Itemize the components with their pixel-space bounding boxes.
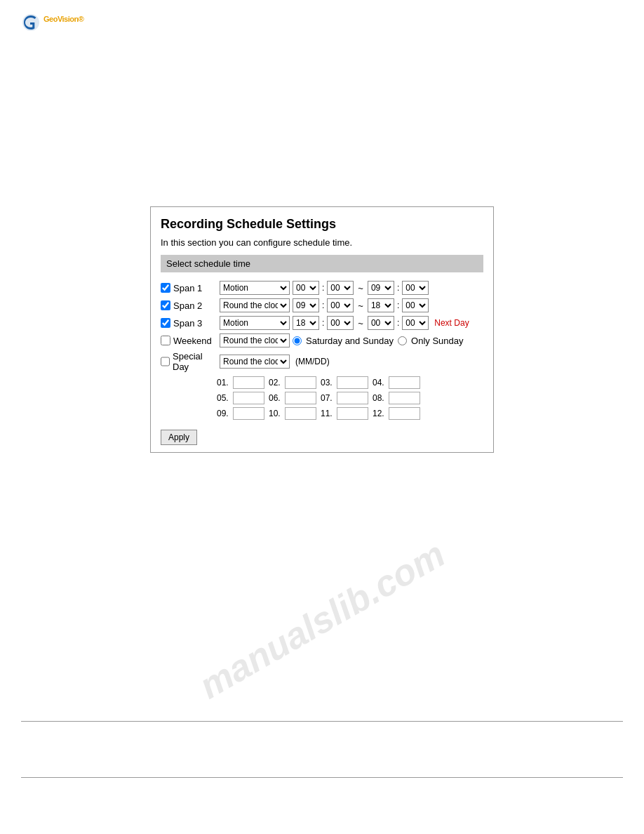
main-content: Recording Schedule Settings In this sect… bbox=[0, 206, 644, 453]
span3-colon1: : bbox=[322, 318, 324, 328]
special-day-grid-row2: 05. 06. 07. 08. bbox=[217, 392, 483, 404]
span2-tilde: ~ bbox=[356, 300, 365, 311]
watermark: manualslib.com bbox=[192, 533, 452, 707]
span1-colon1: : bbox=[322, 283, 324, 293]
span3-start-min[interactable]: 00153045 bbox=[327, 316, 354, 330]
special-day-slot-08: 08. bbox=[373, 392, 420, 404]
span2-checkbox[interactable] bbox=[161, 300, 170, 310]
span1-type-select[interactable]: Motion Round the clock Round - cock bbox=[220, 281, 290, 295]
span1-end-hour[interactable]: 0001020304050607080910111213141516171819… bbox=[368, 281, 394, 295]
slot-12-input[interactable] bbox=[389, 407, 420, 420]
page-description: In this section you can configure schedu… bbox=[161, 237, 483, 248]
span3-type-select[interactable]: Motion Round the clock Round - cock bbox=[220, 316, 290, 330]
special-day-grid-row3: 09. 10. 11. 12. bbox=[217, 407, 483, 420]
special-day-slot-03: 03. bbox=[321, 376, 368, 389]
span1-end-min[interactable]: 00153045 bbox=[402, 281, 429, 295]
special-day-slot-02: 02. bbox=[269, 376, 316, 389]
slot-10-input[interactable] bbox=[285, 407, 316, 420]
span3-colon2: : bbox=[397, 318, 399, 328]
span3-tilde: ~ bbox=[356, 318, 365, 329]
special-day-slot-01: 01. bbox=[217, 376, 264, 389]
special-day-row: Special Day Motion Round the clock Round… bbox=[161, 351, 483, 372]
weekend-radio-group: Saturday and Sunday Only Sunday bbox=[293, 336, 463, 346]
slot-01-input[interactable] bbox=[233, 376, 264, 389]
span1-checkbox[interactable] bbox=[161, 283, 170, 293]
span2-label-text: Span 2 bbox=[173, 300, 202, 311]
span2-end-hour[interactable]: 0001020304050607080910111213141516171819… bbox=[368, 298, 394, 312]
special-day-format-hint: (MM/DD) bbox=[295, 357, 330, 366]
page-title: Recording Schedule Settings bbox=[161, 217, 483, 232]
span2-colon2: : bbox=[397, 300, 399, 310]
span3-end-hour[interactable]: 0001020304050607080910111213141516171819… bbox=[368, 316, 394, 330]
span2-start-min[interactable]: 00153045 bbox=[327, 298, 354, 312]
span1-tilde: ~ bbox=[356, 283, 365, 293]
special-day-type-select[interactable]: Motion Round the clock Round - cock bbox=[220, 355, 290, 369]
span1-start-min[interactable]: 00153045 bbox=[327, 281, 354, 295]
weekend-checkbox[interactable] bbox=[161, 336, 170, 345]
only-sunday-label: Only Sunday bbox=[411, 336, 463, 346]
slot-09-input[interactable] bbox=[233, 407, 264, 420]
slot-03-input[interactable] bbox=[337, 376, 368, 389]
slot-05-input[interactable] bbox=[233, 392, 264, 404]
special-day-checkbox[interactable] bbox=[161, 357, 170, 366]
logo-area: GeoVision® bbox=[0, 0, 644, 45]
logo-brand-text: GeoVision® bbox=[43, 13, 83, 32]
slot-11-input[interactable] bbox=[337, 407, 368, 420]
special-day-slot-11: 11. bbox=[321, 407, 368, 420]
bottom-divider-1 bbox=[21, 721, 623, 722]
span2-start-hour[interactable]: 0001020304050607080910111213141516171819… bbox=[293, 298, 319, 312]
weekend-type-select[interactable]: Motion Round the clock Round - cock bbox=[220, 333, 290, 348]
span3-end-min[interactable]: 00153045 bbox=[402, 316, 429, 330]
span1-label: Span 1 bbox=[161, 283, 217, 293]
span1-colon2: : bbox=[397, 283, 399, 293]
span2-end-min[interactable]: 00153045 bbox=[402, 298, 429, 312]
span3-start-hour[interactable]: 0001020304050607080910111213141516171819… bbox=[293, 316, 319, 330]
slot-08-input[interactable] bbox=[389, 392, 420, 404]
span2-type-select[interactable]: Motion Round the clock Round - cock bbox=[220, 298, 290, 312]
saturday-sunday-radio[interactable] bbox=[293, 336, 302, 345]
span1-label-text: Span 1 bbox=[173, 283, 202, 293]
special-day-grid: 01. 02. 03. 04. 05. bbox=[217, 376, 483, 420]
slot-05-label: 05. bbox=[217, 393, 231, 403]
slot-02-label: 02. bbox=[269, 378, 283, 388]
apply-button[interactable]: Apply bbox=[161, 430, 197, 445]
special-day-slot-07: 07. bbox=[321, 392, 368, 404]
span3-row: Span 3 Motion Round the clock Round - co… bbox=[161, 316, 483, 330]
special-day-slot-10: 10. bbox=[269, 407, 316, 420]
special-day-slot-09: 09. bbox=[217, 407, 264, 420]
next-day-label: Next Day bbox=[434, 318, 469, 328]
weekend-label-text: Weekend bbox=[173, 336, 212, 346]
span2-row: Span 2 Motion Round the clock Round - co… bbox=[161, 298, 483, 312]
only-sunday-radio[interactable] bbox=[398, 336, 407, 345]
slot-11-label: 11. bbox=[321, 409, 335, 418]
span3-label-text: Span 3 bbox=[173, 318, 202, 329]
slot-06-input[interactable] bbox=[285, 392, 316, 404]
span1-start-hour[interactable]: 0001020304050607080910111213141516171819… bbox=[293, 281, 319, 295]
slot-04-label: 04. bbox=[373, 378, 387, 388]
section-header: Select schedule time bbox=[161, 255, 483, 272]
special-day-grid-row1: 01. 02. 03. 04. bbox=[217, 376, 483, 389]
bottom-divider-2 bbox=[21, 777, 623, 778]
slot-07-label: 07. bbox=[321, 393, 335, 403]
span1-row: Span 1 Motion Round the clock Round - co… bbox=[161, 281, 483, 295]
special-day-slot-04: 04. bbox=[373, 376, 420, 389]
weekend-row: Weekend Motion Round the clock Round - c… bbox=[161, 333, 483, 348]
slot-01-label: 01. bbox=[217, 378, 231, 388]
slot-12-label: 12. bbox=[373, 409, 387, 418]
slot-06-label: 06. bbox=[269, 393, 283, 403]
settings-box: Recording Schedule Settings In this sect… bbox=[150, 206, 494, 453]
slot-10-label: 10. bbox=[269, 409, 283, 418]
geovision-logo-icon bbox=[21, 13, 41, 32]
weekend-label: Weekend bbox=[161, 336, 217, 346]
span2-colon1: : bbox=[322, 300, 324, 310]
span3-label: Span 3 bbox=[161, 318, 217, 329]
special-day-label: Special Day bbox=[161, 351, 217, 372]
slot-04-input[interactable] bbox=[389, 376, 420, 389]
span3-checkbox[interactable] bbox=[161, 318, 170, 328]
special-day-slot-12: 12. bbox=[373, 407, 420, 420]
slot-02-input[interactable] bbox=[285, 376, 316, 389]
span2-label: Span 2 bbox=[161, 300, 217, 311]
slot-08-label: 08. bbox=[373, 393, 387, 403]
slot-07-input[interactable] bbox=[337, 392, 368, 404]
saturday-sunday-label: Saturday and Sunday bbox=[306, 336, 394, 346]
